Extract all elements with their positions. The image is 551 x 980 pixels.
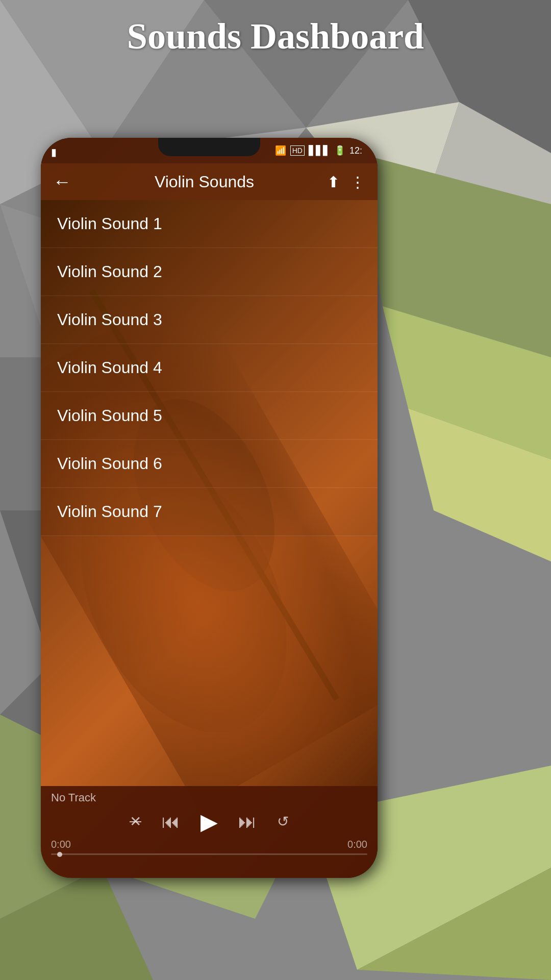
player-time-row: 0:00 0:00 [51,839,367,850]
list-item[interactable]: Violin Sound 1 [41,200,378,248]
list-item[interactable]: Violin Sound 6 [41,440,378,488]
sound-item-label: Violin Sound 7 [57,502,162,521]
clock: 12: [349,145,362,156]
phone-shell: ▮ 📶 HD ▋▋▋ 🔋 12: ← Violin Sounds ⬆ ⋮ Vio… [41,138,378,878]
sound-item-label: Violin Sound 2 [57,262,162,281]
page-title: Sounds Dashboard [0,15,551,58]
player-progress-bar[interactable] [51,853,367,855]
sound-item-label: Violin Sound 5 [57,406,162,425]
list-item[interactable]: Violin Sound 7 [41,488,378,536]
notch [158,138,260,156]
app-bar: ← Violin Sounds ⬆ ⋮ [41,163,378,200]
play-button[interactable]: ▶ [201,808,218,835]
sound-item-label: Violin Sound 1 [57,214,162,233]
wifi-icon: 📶 [275,145,286,156]
app-bar-icons: ⬆ ⋮ [327,173,365,191]
signal-bars-icon: ▋▋▋ [309,145,330,156]
player-track-name: No Track [51,791,367,804]
next-button[interactable]: ⏭ [238,811,257,832]
status-right: 📶 HD ▋▋▋ 🔋 12: [275,145,362,156]
player-time-total: 0:00 [347,839,367,850]
shuffle-button[interactable]: ✕ [130,813,141,830]
sound-item-label: Violin Sound 4 [57,358,162,377]
app-bar-title: Violin Sounds [82,173,327,191]
player-controls: ✕ ⏮ ▶ ⏭ ↺ [51,808,367,835]
repeat-button[interactable]: ↺ [277,813,289,830]
prev-button[interactable]: ⏮ [162,811,180,832]
player-bar: No Track ✕ ⏮ ▶ ⏭ ↺ 0:00 0:00 [41,786,378,878]
share-button[interactable]: ⬆ [327,173,340,191]
list-item[interactable]: Violin Sound 4 [41,344,378,392]
more-button[interactable]: ⋮ [350,173,365,191]
player-time-current: 0:00 [51,839,71,850]
back-button[interactable]: ← [53,171,71,192]
list-item[interactable]: Violin Sound 2 [41,248,378,296]
hd-badge: HD [290,145,305,156]
sound-item-label: Violin Sound 6 [57,454,162,473]
sound-list: Violin Sound 1 Violin Sound 2 Violin Sou… [41,200,378,786]
list-item[interactable]: Violin Sound 5 [41,392,378,440]
list-item[interactable]: Violin Sound 3 [41,296,378,344]
battery-icon: 🔋 [334,145,345,156]
phone-screen: ▮ 📶 HD ▋▋▋ 🔋 12: ← Violin Sounds ⬆ ⋮ Vio… [41,138,378,878]
signal-icon: ▮ [51,143,57,158]
player-progress-dot [57,852,62,857]
sound-item-label: Violin Sound 3 [57,310,162,329]
status-bar: ▮ 📶 HD ▋▋▋ 🔋 12: [41,138,378,163]
